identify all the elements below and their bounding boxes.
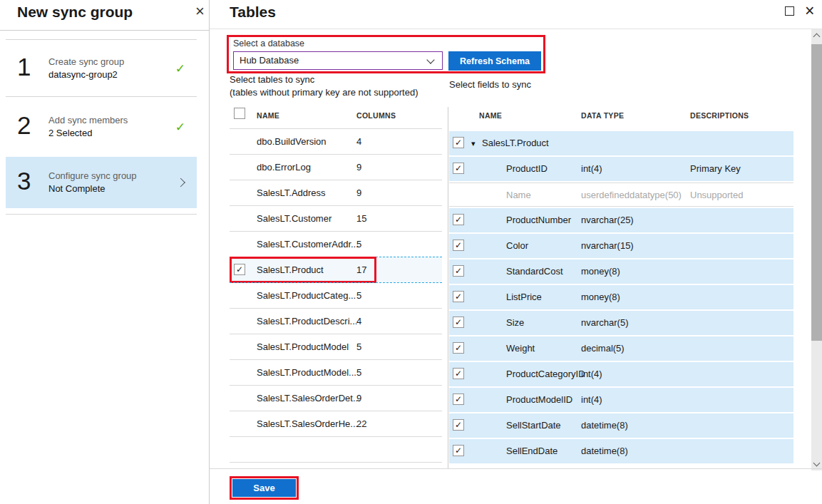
scroll-down-icon[interactable] bbox=[813, 460, 821, 467]
table-name: SalesLT.ProductDescri... bbox=[257, 309, 357, 334]
column-header-name: NAME bbox=[479, 111, 502, 120]
select-all-checkbox[interactable] bbox=[234, 108, 245, 119]
checkbox-checked[interactable]: ✓ bbox=[453, 317, 464, 328]
table-row[interactable]: dbo.ErrorLog 9 bbox=[230, 154, 442, 180]
divider bbox=[230, 462, 442, 463]
field-row[interactable]: Name userdefineddatatype(50) Unsupported bbox=[449, 182, 793, 207]
step-subtitle: datasync-group2 bbox=[48, 68, 124, 81]
field-name: SellEndDate bbox=[506, 439, 558, 463]
database-dropdown-value: Hub Database bbox=[240, 52, 299, 69]
save-button[interactable]: Save bbox=[232, 479, 296, 497]
table-name: SalesLT.ProductModel... bbox=[257, 360, 356, 385]
field-data-type: nvarchar(25) bbox=[581, 208, 634, 232]
wizard-step[interactable]: 1 Create sync group datasync-group2 ✓ bbox=[6, 39, 197, 96]
table-columns-count: 4 bbox=[356, 129, 361, 154]
step-title: Configure sync group bbox=[48, 170, 137, 182]
field-row[interactable]: ✓ ProductCategoryID int(4) bbox=[449, 362, 793, 386]
checkbox-checked[interactable]: ✓ bbox=[453, 291, 464, 302]
table-row[interactable]: SalesLT.ProductModel 5 bbox=[230, 334, 442, 359]
save-button-highlight: Save bbox=[230, 476, 299, 500]
divider bbox=[210, 468, 822, 469]
field-name: Color bbox=[506, 234, 528, 258]
wizard-steps: 1 Create sync group datasync-group2 ✓ 2 … bbox=[6, 39, 197, 208]
table-columns-count: 22 bbox=[356, 411, 366, 436]
fields-list: ✓ ▾ SalesLT.Product ✓ ProductID int(4) P… bbox=[449, 131, 793, 465]
field-row[interactable]: ✓ ProductNumber nvarchar(25) bbox=[449, 208, 793, 232]
table-row[interactable]: SalesLT.ProductDescri... 4 bbox=[230, 308, 442, 334]
scroll-up-icon[interactable] bbox=[813, 34, 821, 41]
field-data-type: datetime(8) bbox=[581, 413, 628, 438]
field-row[interactable]: ✓ ProductID int(4) Primary Key bbox=[449, 157, 793, 181]
field-name: Weight bbox=[506, 336, 535, 361]
table-columns-count: 15 bbox=[356, 206, 366, 231]
table-row[interactable]: SalesLT.Address 9 bbox=[230, 180, 442, 205]
close-icon[interactable]: × bbox=[195, 3, 205, 20]
fields-section-title: Select fields to sync bbox=[449, 79, 531, 90]
table-columns-count: 5 bbox=[356, 360, 361, 385]
field-row[interactable]: ✓ ListPrice money(8) bbox=[449, 285, 793, 309]
table-row[interactable]: ✓ SalesLT.Product 17 bbox=[230, 257, 442, 282]
field-name: SellStartDate bbox=[506, 413, 561, 438]
divider bbox=[210, 29, 822, 29]
checkbox-checked[interactable]: ✓ bbox=[453, 445, 464, 456]
close-icon[interactable]: × bbox=[805, 1, 814, 20]
divider bbox=[6, 214, 197, 215]
checkbox-checked[interactable]: ✓ bbox=[453, 394, 464, 405]
checkbox-checked[interactable]: ✓ bbox=[453, 342, 464, 354]
checkbox-checked[interactable]: ✓ bbox=[453, 137, 464, 148]
field-description: Primary Key bbox=[690, 157, 741, 181]
checkbox-checked[interactable]: ✓ bbox=[453, 419, 464, 431]
checkbox-checked[interactable]: ✓ bbox=[453, 265, 464, 277]
check-icon: ✓ bbox=[175, 61, 185, 76]
step-subtitle: 2 Selected bbox=[48, 127, 128, 140]
step-number: 2 bbox=[17, 111, 31, 140]
step-title: Create sync group bbox=[48, 56, 124, 68]
field-row[interactable]: ✓ ProductModelID int(4) bbox=[449, 388, 793, 412]
field-data-type: int(4) bbox=[581, 388, 602, 412]
field-row[interactable]: ✓ StandardCost money(8) bbox=[449, 259, 793, 284]
maximize-icon[interactable] bbox=[785, 6, 794, 16]
caret-down-icon[interactable]: ▾ bbox=[471, 131, 476, 155]
step-subtitle: Not Complete bbox=[48, 182, 137, 195]
field-row[interactable]: ✓ Color nvarchar(15) bbox=[449, 234, 793, 258]
table-row[interactable]: SalesLT.SalesOrderDet... 9 bbox=[230, 385, 442, 411]
wizard-step[interactable]: 2 Add sync members 2 Selected ✓ bbox=[6, 96, 197, 157]
field-row[interactable]: ✓ Size nvarchar(5) bbox=[449, 311, 793, 335]
checkbox-checked[interactable]: ✓ bbox=[453, 240, 464, 251]
checkbox-checked[interactable]: ✓ bbox=[453, 368, 464, 379]
table-row[interactable]: SalesLT.Customer 15 bbox=[230, 205, 442, 231]
field-row[interactable]: ✓ Weight decimal(5) bbox=[449, 336, 793, 361]
scrollbar[interactable] bbox=[811, 29, 822, 470]
field-row[interactable]: ✓ SellEndDate datetime(8) bbox=[449, 439, 793, 463]
checkbox-checked[interactable]: ✓ bbox=[453, 163, 464, 174]
database-dropdown[interactable]: Hub Database bbox=[233, 51, 443, 70]
table-name: SalesLT.ProductModel bbox=[257, 334, 349, 359]
table-row[interactable]: SalesLT.CustomerAddr... 5 bbox=[230, 231, 442, 257]
checkbox-checked[interactable]: ✓ bbox=[234, 264, 245, 275]
field-name: Name bbox=[506, 183, 531, 207]
table-row[interactable]: SalesLT.SalesOrderHe... 22 bbox=[230, 411, 442, 436]
scrollbar-thumb[interactable] bbox=[811, 44, 822, 341]
table-name: SalesLT.Address bbox=[257, 180, 326, 205]
field-name: ListPrice bbox=[506, 285, 542, 309]
table-name: SalesLT.SalesOrderDet... bbox=[257, 386, 361, 411]
table-name: SalesLT.CustomerAddr... bbox=[257, 232, 359, 257]
table-row[interactable]: SalesLT.ProductModel... 5 bbox=[230, 359, 442, 385]
table-name: SalesLT.Customer bbox=[257, 206, 332, 231]
table-name: dbo.BuildVersion bbox=[257, 129, 327, 154]
refresh-schema-button[interactable]: Refresh Schema bbox=[448, 51, 541, 71]
divider bbox=[230, 436, 442, 437]
field-data-type: datetime(8) bbox=[581, 439, 628, 463]
field-name: ProductID bbox=[506, 157, 548, 181]
table-columns-count: 4 bbox=[356, 309, 361, 334]
step-number: 1 bbox=[17, 53, 31, 81]
field-data-type: userdefineddatatype(50) bbox=[581, 183, 682, 207]
checkbox-checked[interactable]: ✓ bbox=[453, 214, 464, 225]
field-row[interactable]: ✓ ▾ SalesLT.Product bbox=[449, 131, 793, 155]
table-row[interactable]: SalesLT.ProductCateg... 5 bbox=[230, 282, 442, 308]
field-name: SalesLT.Product bbox=[482, 131, 549, 155]
wizard-step[interactable]: 3 Configure sync group Not Complete bbox=[6, 157, 197, 208]
panel-title: New sync group bbox=[17, 4, 133, 21]
field-row[interactable]: ✓ SellStartDate datetime(8) bbox=[449, 413, 793, 438]
table-row[interactable]: dbo.BuildVersion 4 bbox=[230, 128, 442, 154]
